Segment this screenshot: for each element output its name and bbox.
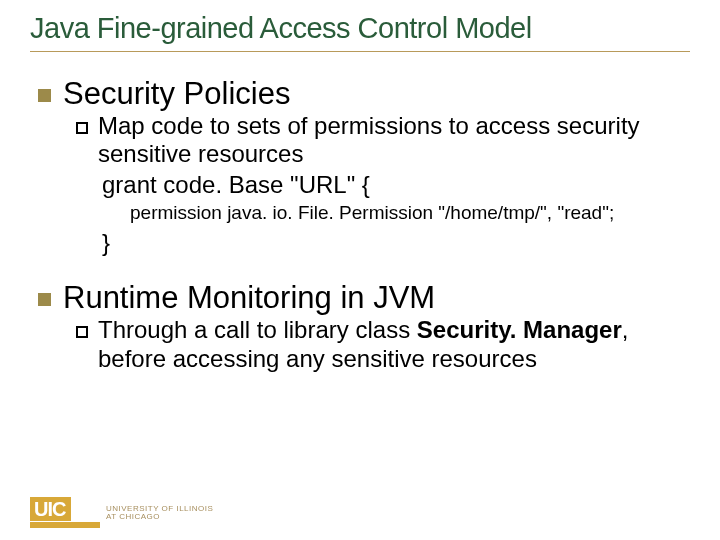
- code-line: grant code. Base "URL" {: [102, 169, 690, 200]
- section-heading: Runtime Monitoring in JVM: [63, 280, 435, 316]
- sub-text: Through a call to library class Security…: [98, 316, 690, 374]
- logo-mark: UIC: [30, 497, 71, 521]
- bullet-icon: [76, 122, 88, 134]
- slide-title: Java Fine-grained Access Control Model: [30, 12, 690, 52]
- list-item: Map code to sets of permissions to acces…: [76, 112, 690, 170]
- list-item: Security Policies: [38, 76, 690, 112]
- logo-text: UNIVERSITY OF ILLINOIS AT CHICAGO: [106, 505, 213, 521]
- uic-logo: UIC UNIVERSITY OF ILLINOIS AT CHICAGO: [30, 497, 213, 528]
- list-item: Through a call to library class Security…: [76, 316, 690, 374]
- bullet-icon: [38, 89, 51, 102]
- logo-underline: [30, 522, 100, 528]
- sub-text: Map code to sets of permissions to acces…: [98, 112, 690, 170]
- section-heading: Security Policies: [63, 76, 290, 112]
- code-line: }: [102, 227, 690, 258]
- bullet-icon: [76, 326, 88, 338]
- list-item: Runtime Monitoring in JVM: [38, 280, 690, 316]
- code-line: permission java. io. File. Permission "/…: [130, 200, 690, 227]
- bullet-icon: [38, 293, 51, 306]
